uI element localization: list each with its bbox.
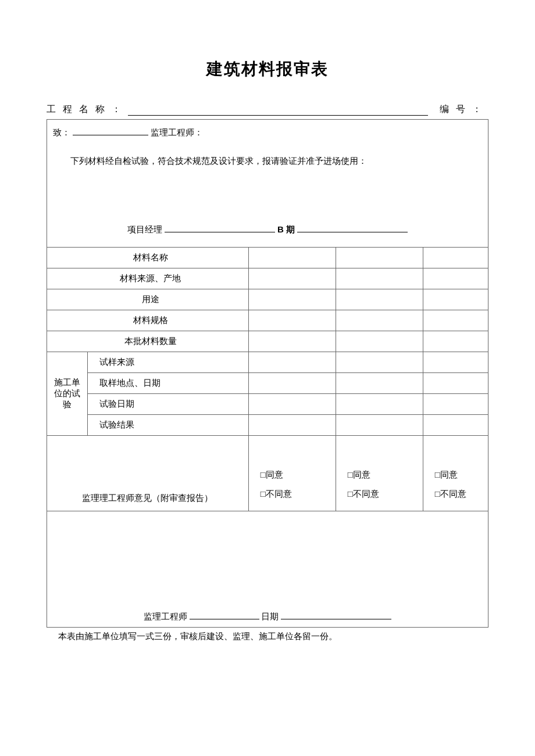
usage-col3[interactable] bbox=[423, 289, 488, 310]
to-engineer-field[interactable] bbox=[73, 127, 148, 135]
header-line: 工程名称： 编号： bbox=[47, 103, 488, 116]
group-construction-test-label: 施工单位的试验 bbox=[47, 352, 88, 436]
main-table: 致： 监理工程师： 下列材料经自检试验，符合技术规范及设计要求，报请验证并准予进… bbox=[47, 119, 488, 628]
footer-engineer-label: 监理工程师 bbox=[144, 612, 187, 621]
footer-date-field[interactable] bbox=[281, 611, 391, 619]
test-date-col2[interactable] bbox=[336, 394, 423, 415]
row-spec-label: 材料规格 bbox=[47, 310, 249, 331]
row-sample-loc-date-label: 取样地点、日期 bbox=[88, 373, 249, 394]
sample-loc-col3[interactable] bbox=[423, 373, 488, 394]
material-name-col2[interactable] bbox=[336, 248, 423, 268]
intro-body: 下列材料经自检试验，符合技术规范及设计要求，报请验证并准予进场使用： bbox=[53, 138, 482, 167]
disagree-checkbox-2[interactable]: □不同意 bbox=[348, 485, 417, 504]
opinion-col3[interactable]: □同意 □不同意 bbox=[423, 436, 488, 511]
material-source-col2[interactable] bbox=[336, 268, 423, 289]
date-field[interactable] bbox=[297, 224, 408, 232]
project-name-label: 工程名称： bbox=[47, 103, 128, 116]
footer-note: 本表由施工单位填写一式三份，审核后建设、监理、施工单位各留一份。 bbox=[47, 631, 488, 642]
footer-signature-cell: 监理工程师 日期 bbox=[47, 511, 488, 628]
sample-source-col3[interactable] bbox=[423, 352, 488, 373]
agree-checkbox-1[interactable]: □同意 bbox=[261, 465, 330, 485]
footer-date-label: 日期 bbox=[261, 612, 279, 621]
material-name-col1[interactable] bbox=[248, 248, 336, 268]
opinion-col2[interactable]: □同意 □不同意 bbox=[336, 436, 423, 511]
to-prefix: 致： bbox=[53, 128, 70, 137]
pm-field[interactable] bbox=[165, 224, 275, 232]
pm-label: 项目经理 bbox=[127, 225, 162, 234]
project-name-field[interactable] bbox=[128, 103, 428, 116]
pm-date-line: 项目经理 B 期 bbox=[47, 224, 488, 235]
test-result-col1[interactable] bbox=[248, 415, 336, 436]
quantity-col3[interactable] bbox=[423, 331, 488, 352]
test-date-col3[interactable] bbox=[423, 394, 488, 415]
quantity-col2[interactable] bbox=[336, 331, 423, 352]
row-material-name-label: 材料名称 bbox=[47, 248, 249, 268]
quantity-col1[interactable] bbox=[248, 331, 336, 352]
usage-col2[interactable] bbox=[336, 289, 423, 310]
test-date-col1[interactable] bbox=[248, 394, 336, 415]
serial-label: 编号： bbox=[440, 103, 488, 116]
intro-cell: 致： 监理工程师： 下列材料经自检试验，符合技术规范及设计要求，报请验证并准予进… bbox=[47, 120, 488, 248]
row-sample-source-label: 试样来源 bbox=[88, 352, 249, 373]
sample-loc-col2[interactable] bbox=[336, 373, 423, 394]
sample-source-col2[interactable] bbox=[336, 352, 423, 373]
spec-col1[interactable] bbox=[248, 310, 336, 331]
sample-source-col1[interactable] bbox=[248, 352, 336, 373]
material-name-col3[interactable] bbox=[423, 248, 488, 268]
to-suffix: 监理工程师： bbox=[151, 128, 203, 137]
usage-col1[interactable] bbox=[248, 289, 336, 310]
sample-loc-col1[interactable] bbox=[248, 373, 336, 394]
row-test-date-label: 试验日期 bbox=[88, 394, 249, 415]
opinion-col1[interactable]: □同意 □不同意 bbox=[248, 436, 336, 511]
footer-engineer-field[interactable] bbox=[190, 611, 259, 619]
test-result-col3[interactable] bbox=[423, 415, 488, 436]
row-test-result-label: 试验结果 bbox=[88, 415, 249, 436]
row-usage-label: 用途 bbox=[47, 289, 249, 310]
opinion-label: 监理理工程师意见（附审查报告） bbox=[47, 436, 249, 511]
agree-checkbox-3[interactable]: □同意 bbox=[435, 465, 482, 485]
material-source-col1[interactable] bbox=[248, 268, 336, 289]
spec-col2[interactable] bbox=[336, 310, 423, 331]
row-quantity-label: 本批材料数量 bbox=[47, 331, 249, 352]
date-label-b: B 期 bbox=[277, 224, 295, 234]
material-source-col3[interactable] bbox=[423, 268, 488, 289]
spec-col3[interactable] bbox=[423, 310, 488, 331]
form-title: 建筑材料报审表 bbox=[47, 58, 488, 80]
disagree-checkbox-3[interactable]: □不同意 bbox=[435, 485, 482, 504]
row-material-source-label: 材料来源、产地 bbox=[47, 268, 249, 289]
agree-checkbox-2[interactable]: □同意 bbox=[348, 465, 417, 485]
disagree-checkbox-1[interactable]: □不同意 bbox=[261, 485, 330, 504]
test-result-col2[interactable] bbox=[336, 415, 423, 436]
